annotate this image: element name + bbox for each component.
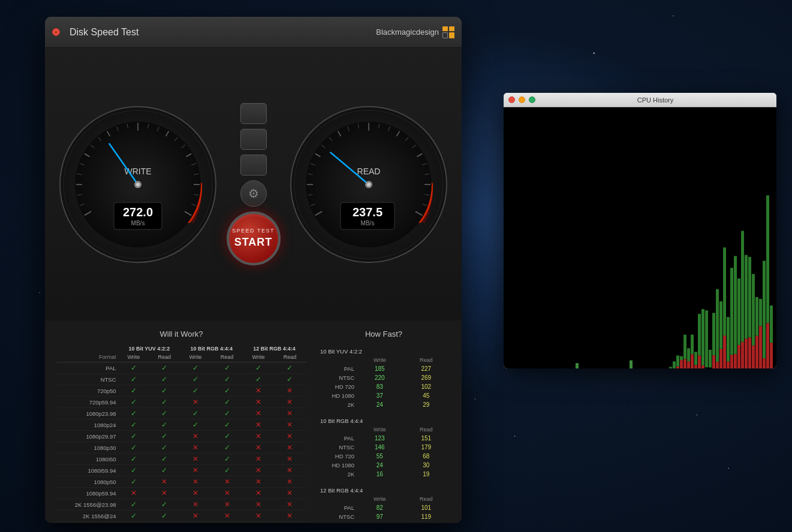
check-cell: ✓	[211, 408, 243, 419]
svg-rect-72	[576, 363, 579, 368]
svg-rect-113	[745, 338, 748, 368]
format-button-3[interactable]	[240, 155, 267, 176]
format-sub-header: Format	[57, 353, 119, 362]
svg-rect-79	[680, 360, 683, 368]
svg-rect-102	[727, 317, 730, 361]
how-fast-format-header	[318, 425, 357, 434]
check-cell: ✓	[243, 362, 274, 374]
svg-rect-77	[676, 367, 679, 368]
check-cell: ✕	[274, 510, 306, 522]
how-fast-table: 12 Bit RGB 4:4:4 Write Read PAL 82 101 N…	[318, 483, 450, 523]
check-cell: ✓	[180, 419, 211, 431]
how-fast-write-header: Write	[357, 356, 403, 364]
will-it-work-title: Will it Work?	[57, 330, 306, 338]
svg-rect-126	[770, 306, 773, 343]
how-fast-row: PAL 185 227	[318, 364, 450, 373]
cpu-titlebar: CPU History	[504, 93, 776, 107]
check-cell: ✕	[274, 385, 306, 397]
format-name-cell: 1080p29.97	[57, 431, 119, 442]
how-fast-row-name: NTSC	[318, 443, 357, 452]
svg-rect-90	[701, 309, 704, 365]
how-fast-title: How Fast?	[318, 330, 450, 338]
check-cell: ✕	[180, 442, 211, 454]
disk-titlebar: × Disk Speed Test Blackmagicdesign	[45, 17, 462, 48]
check-cell: ✓	[211, 419, 243, 431]
bmd-sq-4	[449, 32, 454, 38]
format-name-cell: 1080p59.94	[57, 488, 119, 499]
check-cell: ✕	[211, 499, 243, 510]
format-name-cell: 1080p23.98	[57, 408, 119, 419]
brand-logo: Blackmagicdesign	[376, 26, 454, 38]
check-cell: ✓	[149, 442, 180, 454]
how-fast-row-name: PAL	[318, 434, 357, 443]
check-cell: ✓	[119, 431, 149, 442]
svg-rect-76	[676, 355, 679, 366]
svg-rect-108	[737, 279, 740, 345]
bmd-sq-1	[442, 26, 448, 31]
cpu-close-btn[interactable]	[508, 96, 515, 103]
how-fast-write-val: 24	[357, 400, 403, 409]
how-fast-section-group: 10 Bit RGB 4:4:4 Write Read PAL 123 151 …	[318, 414, 450, 479]
check-cell: ✕	[274, 488, 306, 499]
format-button-1[interactable]	[240, 103, 267, 124]
check-cell: ✕	[243, 454, 274, 465]
how-fast-col-header: Write Read	[318, 495, 450, 503]
svg-rect-104	[730, 268, 733, 355]
format-name-cell: 1080p30	[57, 442, 119, 454]
start-main-label: START	[234, 235, 273, 250]
svg-rect-117	[752, 346, 755, 368]
check-cell: ✓	[180, 362, 211, 374]
svg-rect-127	[770, 343, 773, 368]
bmd-sq-2	[449, 26, 454, 31]
svg-rect-97	[716, 362, 719, 368]
how-fast-format-header	[318, 495, 357, 503]
write-gauge: WRITE 272.0 MB/s	[57, 104, 219, 265]
how-fast-row-name: HD 720	[318, 521, 357, 523]
svg-point-68	[367, 183, 371, 186]
how-fast-write-val: 123	[357, 434, 403, 443]
will-it-work-section: Will it Work? 10 Bit YUV 4:2:2 10 Bit RG…	[57, 330, 306, 523]
how-fast-format-header	[318, 356, 357, 364]
cpu-maximize-btn[interactable]	[529, 96, 535, 103]
format-name-cell: 2K 1556@23.98	[57, 499, 119, 510]
svg-text:READ: READ	[357, 167, 381, 176]
how-fast-write-val: 220	[357, 373, 403, 382]
svg-rect-119	[755, 336, 758, 368]
rgb12-read-header: Read	[274, 353, 306, 362]
svg-rect-106	[734, 256, 737, 353]
svg-rect-80	[683, 335, 686, 359]
check-cell: ✓	[149, 499, 180, 510]
close-button[interactable]: ×	[52, 28, 60, 36]
how-fast-row: HD 720 83 102	[318, 382, 450, 391]
svg-rect-87	[694, 365, 697, 368]
how-fast-group-name: 10 Bit RGB 4:4:4	[318, 414, 450, 425]
gear-button[interactable]: ⚙	[240, 180, 267, 207]
how-fast-read-val: 102	[403, 382, 450, 391]
how-fast-group-name: 10 Bit YUV 4:2:2	[318, 344, 450, 356]
check-cell: ✕	[243, 510, 274, 522]
how-fast-read-val: 45	[403, 391, 450, 400]
check-cell: ✕	[243, 408, 274, 419]
how-fast-row: 2K 24 29	[318, 400, 450, 409]
how-fast-write-val: 37	[357, 391, 403, 400]
svg-rect-110	[741, 231, 744, 341]
check-cell: ✓	[149, 454, 180, 465]
how-fast-row-name: NTSC	[318, 512, 357, 521]
brand-name: Blackmagicdesign	[376, 28, 439, 37]
svg-rect-125	[766, 323, 769, 368]
svg-rect-124	[766, 195, 769, 323]
bmd-sq-3	[442, 32, 448, 38]
cpu-minimize-btn[interactable]	[519, 96, 525, 103]
how-fast-read-val: 269	[403, 373, 450, 382]
start-button[interactable]: SPEED TEST START	[227, 211, 281, 265]
how-fast-row: PAL 82 101	[318, 503, 450, 512]
how-fast-read-val: 29	[403, 400, 450, 409]
table-row: 720p50✓✓✓✓✕✕	[57, 385, 306, 397]
format-button-2[interactable]	[240, 129, 267, 150]
check-cell: ✕	[243, 431, 274, 442]
check-cell: ✕	[180, 431, 211, 442]
how-fast-read-header: Read	[403, 495, 450, 503]
how-fast-row-name: HD 1080	[318, 461, 357, 470]
rgb12-group-header: 12 Bit RGB 4:4:4	[243, 344, 306, 353]
check-cell: ✕	[274, 465, 306, 476]
